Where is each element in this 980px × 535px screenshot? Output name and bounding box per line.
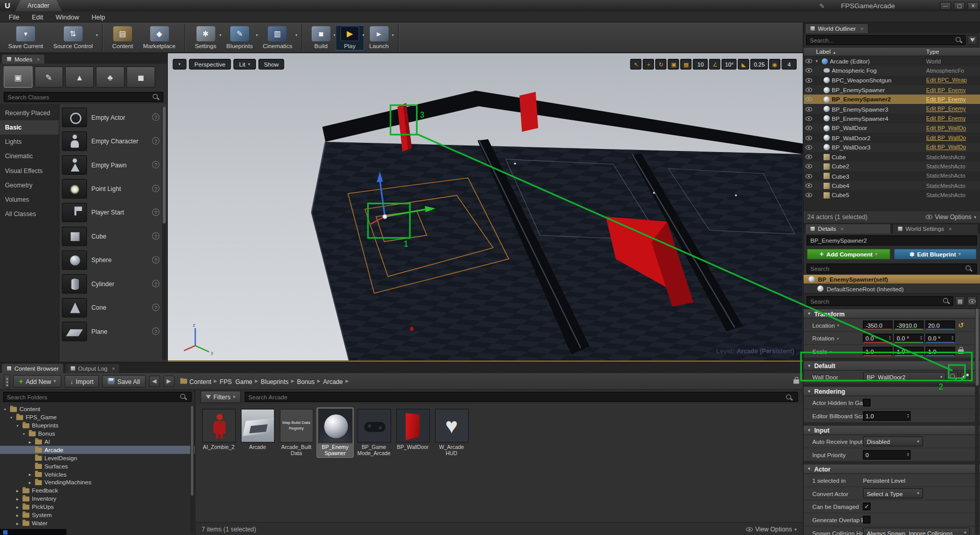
- outliner-row-cube3[interactable]: Cube3StaticMeshActo: [803, 172, 980, 181]
- visibility-toggle[interactable]: [803, 174, 814, 179]
- place-item-sphere[interactable]: Sphere?: [62, 248, 166, 271]
- visibility-toggle[interactable]: [803, 183, 814, 188]
- place-item-cone[interactable]: Cone?: [62, 295, 166, 319]
- asset-ai-zombie-2[interactable]: AI_Zombie_2: [200, 408, 237, 452]
- lit-button[interactable]: Lit▾: [233, 59, 255, 70]
- scrollbar[interactable]: [190, 405, 194, 533]
- move-tool-icon[interactable]: +: [643, 59, 654, 70]
- spawn-collision-handling-dropdown[interactable]: Always Spawn, Ignore Collisions▾: [863, 528, 970, 535]
- expand-arrow-icon[interactable]: ▶: [15, 513, 20, 517]
- category-recently-placed[interactable]: Recently Placed: [0, 106, 59, 120]
- filters-button[interactable]: Filters▾: [200, 391, 241, 403]
- outliner-view-options[interactable]: View Options▾: [925, 213, 976, 220]
- outliner-row-bp-walldoor2[interactable]: BP_WallDoor2Edit BP_WallDo: [803, 133, 980, 143]
- paint-mode-button[interactable]: ✎: [34, 67, 63, 88]
- rotation-y-field[interactable]: 0.0 °▲▼: [894, 333, 923, 343]
- place-item-player-start[interactable]: Player Start?: [62, 200, 166, 224]
- scale-z-field[interactable]: 1.0: [926, 347, 955, 356]
- actor-hidden-in-game-checkbox[interactable]: [863, 399, 870, 406]
- convert-actor-dropdown[interactable]: Select a Type▾: [863, 488, 923, 499]
- expand-arrow-icon[interactable]: ▶: [15, 497, 20, 500]
- close-button[interactable]: ✕: [968, 2, 979, 10]
- eyedropper-icon[interactable]: [960, 372, 970, 382]
- category-visual-effects[interactable]: Visual Effects: [0, 163, 59, 178]
- play-button[interactable]: Play▾: [335, 25, 364, 50]
- expand-arrow-icon[interactable]: ▼: [815, 59, 820, 63]
- select-tool-icon[interactable]: ↖: [630, 59, 642, 70]
- outliner-filter-button[interactable]: [968, 35, 978, 45]
- place-item-empty-character[interactable]: Empty Character?: [62, 129, 166, 153]
- visibility-toggle[interactable]: [803, 193, 814, 198]
- menu-help[interactable]: Help: [85, 11, 112, 22]
- expand-arrow-icon[interactable]: ▼: [15, 423, 20, 427]
- folder-vendingmachines[interactable]: ▶VendingMachines: [0, 478, 194, 486]
- level-tab[interactable]: Arcader: [15, 0, 62, 11]
- folder-leveldesign[interactable]: LevelDesign: [0, 454, 194, 462]
- folder-blueprints[interactable]: ▼Blueprints: [0, 421, 194, 430]
- asset-arcade[interactable]: Arcade: [239, 408, 276, 452]
- edit-blueprint-link[interactable]: Edit BP_Enemy: [926, 106, 980, 112]
- place-item-cube[interactable]: Cube?: [62, 224, 166, 248]
- close-icon[interactable]: ×: [840, 226, 843, 232]
- viewport-options-dropdown[interactable]: ▾: [173, 59, 186, 70]
- actor-name-field[interactable]: [807, 236, 977, 246]
- outliner-search-input[interactable]: [806, 35, 966, 45]
- save-all-button[interactable]: Save All: [102, 375, 146, 387]
- edit-blueprint-link[interactable]: Edit BP_WallDo: [926, 144, 980, 151]
- outliner-row-bp-enemyspawner[interactable]: BP_EnemySpawnerEdit BP_Enemy: [803, 85, 980, 95]
- settings-button[interactable]: Settings▾: [190, 25, 222, 50]
- asset-bp-walldoor[interactable]: BP_WallDoor: [394, 408, 431, 452]
- visibility-toggle[interactable]: [803, 155, 814, 159]
- rotation-z-field[interactable]: 0.0 °▲▼: [926, 333, 955, 343]
- tab-modes[interactable]: Modes ×: [1, 54, 45, 64]
- search-classes-input[interactable]: [4, 92, 163, 102]
- column-label[interactable]: Label▲: [803, 48, 926, 55]
- viewport-3d-scene[interactable]: [168, 53, 803, 360]
- forward-button[interactable]: ▶: [163, 376, 175, 387]
- wall-door-dropdown[interactable]: BP_WallDoor2▾: [863, 372, 946, 382]
- feedback-icon[interactable]: ✎: [819, 2, 824, 9]
- place-item-point-light[interactable]: Point Light?: [62, 177, 166, 200]
- asset-arcade-built-data[interactable]: Map Build Data RegistryArcade_Built Data: [278, 408, 315, 458]
- outliner-row-bp-walldoor3[interactable]: BP_WallDoor3Edit BP_WallDo: [803, 142, 980, 152]
- place-item-empty-pawn[interactable]: Empty Pawn?: [62, 153, 166, 176]
- scale-label[interactable]: Scale▾: [803, 348, 863, 354]
- default-section-header[interactable]: ▼Default: [803, 360, 980, 371]
- content-button[interactable]: Content: [107, 25, 138, 50]
- expand-arrow-icon[interactable]: ▶: [15, 521, 20, 525]
- scale-tool-icon[interactable]: ▣: [668, 59, 679, 70]
- foliage-mode-button[interactable]: ♣: [96, 67, 124, 88]
- taskbar-fragment[interactable]: [0, 529, 67, 535]
- minimize-button[interactable]: —: [940, 2, 951, 10]
- folder-water[interactable]: ▶Water: [0, 519, 194, 527]
- can-be-damaged-checkbox[interactable]: ✓: [863, 503, 870, 510]
- close-icon[interactable]: ×: [112, 366, 115, 372]
- auto-receive-input-dropdown[interactable]: Disabled▾: [863, 436, 923, 446]
- camera-speed-value[interactable]: 4: [781, 59, 796, 70]
- edit-blueprint-link[interactable]: Edit BP_Enemy: [926, 116, 980, 122]
- expand-arrow-icon[interactable]: ▶: [15, 488, 20, 492]
- perspective-button[interactable]: Perspective: [189, 59, 231, 70]
- category-geometry[interactable]: Geometry: [0, 178, 59, 192]
- grid-snap-icon[interactable]: ▦: [681, 59, 692, 70]
- visibility-toggle[interactable]: [803, 145, 814, 149]
- reset-to-default-icon[interactable]: ↺: [958, 321, 964, 329]
- property-search-input[interactable]: [807, 296, 953, 306]
- visibility-toggle[interactable]: [803, 97, 814, 102]
- category-volumes[interactable]: Volumes: [0, 192, 59, 206]
- outliner-row-bp-enemyspawner4[interactable]: BP_EnemySpawner4Edit BP_Enemy: [803, 114, 980, 123]
- edit-blueprint-link[interactable]: Edit BP_WallDo: [926, 135, 980, 141]
- visibility-toggle[interactable]: [803, 107, 814, 112]
- component-defaultsceneroot-inherited[interactable]: DefaultSceneRoot (Inherited): [803, 284, 980, 293]
- asset-bp-game-mode-arcade[interactable]: BP_Game Mode_Arcade: [356, 408, 393, 458]
- close-icon[interactable]: ×: [37, 56, 40, 62]
- folder-surfaces[interactable]: Surfaces: [0, 462, 194, 470]
- asset-bp-enemy-spawner[interactable]: BP_Enemy Spawner: [317, 408, 354, 458]
- place-mode-button[interactable]: ▣: [4, 67, 32, 88]
- expand-arrow-icon[interactable]: ▶: [28, 473, 33, 476]
- add-new-button[interactable]: +Add New▾: [13, 375, 61, 387]
- folder-content[interactable]: ▼Content: [0, 405, 194, 413]
- scrollbar[interactable]: [162, 106, 167, 360]
- actor-section-header[interactable]: ▼Actor: [803, 464, 980, 474]
- visibility-toggle[interactable]: [803, 164, 814, 169]
